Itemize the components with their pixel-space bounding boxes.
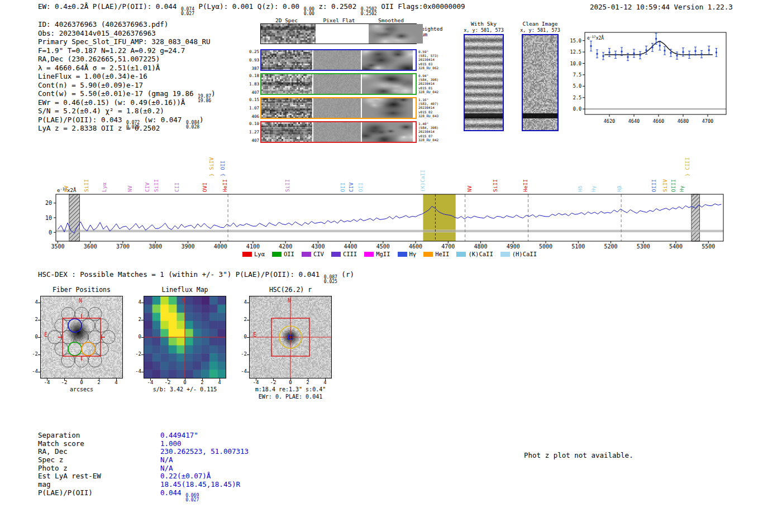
table-row-label: Spec z [38, 456, 160, 464]
withsky-title: With Sky [471, 21, 497, 27]
weighted-sum-row [260, 23, 417, 44]
svg-text:4500: 4500 [376, 243, 390, 250]
text-segment: P(Lyα): 0.001 Q(z): 0.00 [194, 2, 304, 11]
text-segment: 0.449417" [160, 431, 198, 439]
x-axis-tick [308, 378, 308, 381]
hsc-mag-caption: m:18.4 re:1.3" s:0.4" [255, 386, 326, 392]
svg-text:5300: 5300 [637, 243, 650, 250]
emission-line-label: SiII [284, 179, 290, 192]
table-row: Photo zN/A [38, 464, 249, 473]
table-row-value: N/A [160, 464, 173, 473]
info-line: ID: 4026376963 (4026376963.pdf) [38, 20, 216, 29]
fiber-smoothed-image [362, 50, 413, 70]
fraction-bottom: 0.028 [186, 125, 199, 130]
svg-text:3600: 3600 [84, 243, 97, 250]
emission-line-label: OIII [670, 179, 676, 192]
y-axis-tick-label: -4 [25, 368, 38, 374]
text-segment: (r) [337, 270, 354, 279]
x-axis-tick [290, 378, 291, 381]
info-line: F=1.9" T=0.187 N=1.22 A=0.92 g=24.7 [38, 46, 216, 55]
table-row-label: Separation [38, 432, 160, 440]
fiber-row-weights: 0.101.27407 [245, 121, 259, 143]
legend-item: HeII [423, 251, 449, 257]
fiber-row-weight-value: 1.07 [245, 106, 259, 111]
fiber-smoothed-image [362, 98, 413, 118]
weighted-smoothed-image [369, 24, 423, 44]
svg-text:4640: 4640 [628, 118, 640, 124]
y-axis-tick [247, 372, 249, 372]
full-spectrum-plot: 3500360037003800390040004100420043004400… [0, 150, 782, 267]
y-axis-tick [247, 303, 249, 303]
svg-text:15.0: 15.0 [570, 38, 581, 44]
stacked-fraction: 0.000.00 [304, 7, 314, 16]
fiber-pixelflat-image [313, 50, 361, 70]
weighted-2dspec-image [261, 24, 316, 44]
text-segment: 0.22(±0.07)Å [160, 472, 211, 480]
emission-line-label: OVI [202, 183, 208, 192]
y-axis-tick [247, 320, 249, 320]
legend-label: CIV [313, 251, 324, 257]
legend-label: (K)CaII [468, 251, 493, 257]
y-axis-tick-label: -2 [25, 351, 38, 357]
info-line: Cont(w) = 5.50(±0.01)e-17 (gmag 19.86 19… [38, 89, 216, 98]
clean-title: Clean Image [523, 21, 558, 27]
y-axis-tick [141, 354, 144, 355]
svg-text:10: 10 [45, 215, 52, 221]
info-line: λ = 4660.64Å σ = 2.51(±1.01)Å [38, 64, 216, 73]
fiber-row-weight-value: 0.25 [245, 49, 259, 54]
svg-text:0.0: 0.0 [573, 106, 581, 112]
table-row-label: P(LAE)/P(OII) [38, 489, 160, 497]
text-segment: 230.262523, 51.007313 [160, 447, 249, 456]
text-segment: Cont(w) = 5.50(±0.01)e-17 (gmag 19.86 [38, 89, 198, 98]
x-axis-tick [185, 378, 185, 381]
stacked-fraction: 0.0870.025 [324, 275, 337, 284]
y-axis-tick [38, 303, 40, 303]
emission-line-labels: NVSiIILyαNVCIVSiIICIIOVI} SiIV} OIIHeIIS… [63, 157, 691, 192]
legend-swatch [500, 252, 510, 257]
flux-units-annotation: e-17x2Å [587, 35, 604, 41]
emission-line-label: } SiIV [208, 157, 214, 176]
fiber-smoothed-image [362, 122, 413, 142]
emission-line-label: CII [174, 183, 180, 192]
emission-line-label: SiIV [662, 179, 668, 192]
emission-line-label: (K)CaII [419, 170, 426, 192]
svg-text:4800: 4800 [474, 243, 488, 250]
info-line: S/N = 5.2(±0.4) χ² = 1.8(±0.2) [38, 107, 216, 116]
text-segment: z: 0.2502 [314, 2, 361, 11]
withsky-coords: x, y: 581, 573 [464, 27, 504, 33]
text-segment: Cont(n) = 5.90(±0.09)e-17 [38, 81, 143, 89]
detection-info-block: ID: 4026376963 (4026376963.pdf)Obs: 2023… [38, 20, 216, 133]
text-segment: ID: 4026376963 (4026376963.pdf) [38, 20, 168, 28]
svg-text:4700: 4700 [702, 118, 713, 124]
svg-text:4400: 4400 [344, 243, 357, 250]
plot-frame [56, 194, 723, 241]
emission-line-label: Lyα [101, 183, 107, 192]
svg-text:5400: 5400 [669, 243, 683, 250]
text-segment: ) [211, 89, 216, 98]
fiber-positions-title: Fiber Positions [53, 286, 111, 294]
compass-n-label: N [288, 298, 291, 304]
fiber-row-weight-value: 0.93 [245, 57, 259, 63]
y-axis-tick [141, 372, 144, 372]
table-row-value: 0.449417" [160, 432, 198, 440]
emission-line-label: NV [466, 185, 473, 192]
emission-line-label: CIV [144, 183, 150, 192]
lineflux-map-title: Lineflux Map [161, 286, 208, 294]
svg-text:10.0: 10.0 [570, 61, 581, 66]
fraction-bottom: 19.86 [198, 99, 211, 103]
fiber-pixelflat-image [313, 98, 361, 118]
fiber-row-weights: 0.151.07406 [245, 97, 259, 119]
legend-item: (K)CaII [456, 251, 493, 257]
x-axis-tick [47, 378, 47, 381]
legend-label: OII [284, 251, 294, 257]
svg-text:4900: 4900 [507, 243, 520, 250]
x-axis-tick [325, 378, 326, 381]
hsc-cutout-title: HSC(26.2) r [269, 286, 312, 294]
spec2d-fiber-row [260, 49, 417, 71]
svg-text:4700: 4700 [441, 243, 455, 250]
x-axis-tick [202, 378, 203, 381]
x-axis-tick [256, 378, 256, 381]
fiber-row-weight-value: 0.10 [245, 121, 259, 126]
stacked-fraction: 0.25020.2502 [361, 7, 377, 16]
table-row-label: Match score [38, 440, 160, 448]
